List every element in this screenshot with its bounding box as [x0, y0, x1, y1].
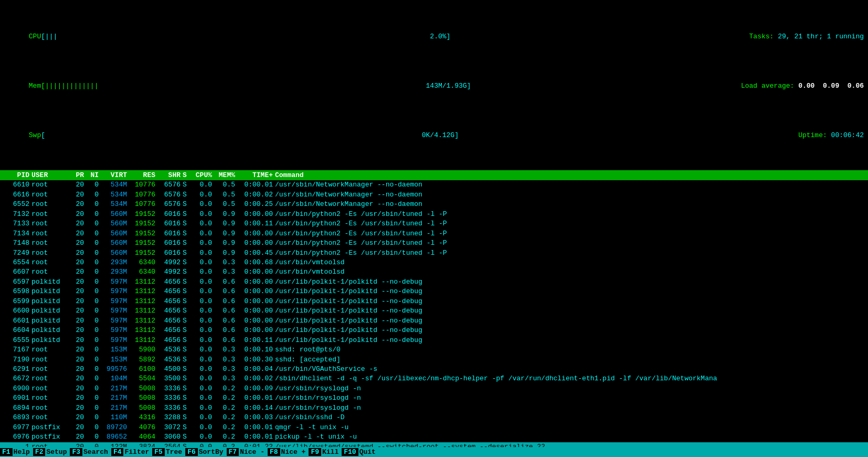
proc-user: root — [31, 355, 69, 365]
table-row: 6554root200293M63404992S0.00.30:00.68/us… — [0, 258, 868, 267]
proc-virt: 153M — [101, 355, 129, 365]
proc-res: 13112 — [129, 297, 157, 306]
proc-ni: 0 — [86, 238, 101, 248]
footer-item[interactable]: F10Quit — [342, 448, 379, 456]
proc-ni: 0 — [86, 326, 101, 335]
proc-virt: 560M — [101, 248, 129, 258]
proc-res: 13112 — [129, 306, 157, 316]
proc-pid: 6601 — [4, 316, 31, 326]
proc-cmd: /usr/bin/vmtoolsd — [275, 258, 864, 267]
col-header-s: S — [183, 171, 191, 179]
footer-item[interactable]: F6SortBy — [185, 448, 226, 456]
load-row: Load average: 0.00 0.09 0.06 — [716, 71, 864, 101]
proc-virt: 560M — [101, 210, 129, 219]
header-right: Tasks: 29, 21 thr; 1 running Load averag… — [716, 2, 864, 170]
footer-item[interactable]: F7Nice - — [227, 448, 268, 456]
footer-key: F9 — [309, 448, 321, 456]
mem-label: Mem — [29, 82, 41, 90]
proc-time: 0:00.10 — [237, 345, 275, 355]
proc-cmd: sshd: [accepted] — [275, 355, 864, 365]
proc-shr: 6016 — [157, 219, 183, 228]
proc-ni: 0 — [86, 403, 101, 413]
proc-pid: 6977 — [4, 423, 31, 432]
proc-pr: 20 — [69, 365, 86, 374]
proc-res: 10776 — [129, 180, 157, 190]
table-row: 6610root200534M107766576S0.00.50:00.01/u… — [0, 180, 868, 190]
footer-item[interactable]: F1Help — [0, 448, 33, 456]
proc-time: 0:00.04 — [237, 365, 275, 374]
footer-label: Setup — [45, 448, 70, 456]
proc-user: root — [31, 229, 69, 238]
table-row: 7249root200560M191526016S0.00.90:00.45/u… — [0, 248, 868, 258]
proc-ni: 0 — [86, 316, 101, 326]
proc-ni: 0 — [86, 345, 101, 355]
proc-virt: 597M — [101, 336, 129, 345]
proc-pr: 20 — [69, 258, 86, 267]
proc-res: 5504 — [129, 374, 157, 383]
proc-pid: 6597 — [4, 277, 31, 287]
proc-cpu: 0.0 — [191, 277, 214, 287]
proc-pr: 20 — [69, 336, 86, 345]
proc-res: 5008 — [129, 403, 157, 413]
proc-user: root — [31, 248, 69, 258]
footer-item[interactable]: F9Kill — [309, 448, 342, 456]
proc-pid: 7132 — [4, 210, 31, 219]
proc-pid: 6901 — [4, 393, 31, 403]
footer-item[interactable]: F5Tree — [152, 448, 185, 456]
proc-cpu: 0.0 — [191, 355, 214, 365]
proc-res: 13112 — [129, 287, 157, 296]
proc-ni: 0 — [86, 384, 101, 393]
proc-mem: 0.9 — [214, 229, 237, 238]
table-row: 6977postfix2008972040763072S0.00.20:00.0… — [0, 423, 868, 432]
proc-user: polkitd — [31, 277, 69, 287]
table-row: 6893root200110M43163288S0.00.20:00.03/us… — [0, 413, 868, 422]
proc-time: 0:00.00 — [237, 326, 275, 335]
proc-virt: 217M — [101, 393, 129, 403]
proc-shr: 4656 — [157, 277, 183, 287]
proc-shr: 6016 — [157, 248, 183, 258]
proc-mem: 0.3 — [214, 345, 237, 355]
proc-mem: 0.3 — [214, 258, 237, 267]
proc-ni: 0 — [86, 267, 101, 277]
proc-s: S — [183, 287, 191, 296]
footer-key: F4 — [111, 448, 124, 456]
proc-pr: 20 — [69, 355, 86, 365]
proc-cpu: 0.0 — [191, 297, 214, 306]
mem-value: 143M/1.93G] — [426, 82, 471, 90]
proc-cpu: 0.0 — [191, 248, 214, 258]
proc-time: 0:00.14 — [237, 403, 275, 413]
proc-shr: 4992 — [157, 267, 183, 277]
proc-pid: 6894 — [4, 403, 31, 413]
proc-cmd: /usr/lib/polkit-1/polkitd --no-debug — [275, 277, 864, 287]
proc-pr: 20 — [69, 229, 86, 238]
proc-ni: 0 — [86, 180, 101, 190]
proc-virt: 597M — [101, 326, 129, 335]
proc-time: 0:00.00 — [237, 277, 275, 287]
proc-shr: 3072 — [157, 423, 183, 432]
table-row: 6616root200534M107766576S0.00.50:00.02/u… — [0, 190, 868, 200]
proc-ni: 0 — [86, 248, 101, 258]
footer-item[interactable]: F4Filter — [111, 448, 152, 456]
proc-virt: 534M — [101, 190, 129, 200]
table-row: 7167root200153M59004536S0.00.30:00.10ssh… — [0, 345, 868, 355]
proc-cmd: /usr/sbin/rsyslogd -n — [275, 384, 864, 393]
proc-time: 0:00.01 — [237, 393, 275, 403]
footer-item[interactable]: F2Setup — [33, 448, 70, 456]
proc-cpu: 0.0 — [191, 316, 214, 326]
proc-s: S — [183, 384, 191, 393]
footer-item[interactable]: F8Nice + — [268, 448, 309, 456]
footer-item[interactable]: F3Search — [70, 448, 111, 456]
proc-s: S — [183, 355, 191, 365]
proc-cmd: /usr/lib/polkit-1/polkitd --no-debug — [275, 297, 864, 306]
footer-key: F7 — [227, 448, 239, 456]
proc-pr: 20 — [69, 267, 86, 277]
col-header-pid: PID — [4, 171, 31, 179]
proc-pr: 20 — [69, 297, 86, 306]
table-row: 7148root200560M191526016S0.00.90:00.00/u… — [0, 238, 868, 248]
proc-user: postfix — [31, 432, 69, 442]
proc-cpu: 0.0 — [191, 210, 214, 219]
proc-cmd: pickup -l -t unix -u — [275, 432, 864, 442]
proc-shr: 4656 — [157, 297, 183, 306]
proc-res: 19152 — [129, 210, 157, 219]
proc-pr: 20 — [69, 413, 86, 422]
